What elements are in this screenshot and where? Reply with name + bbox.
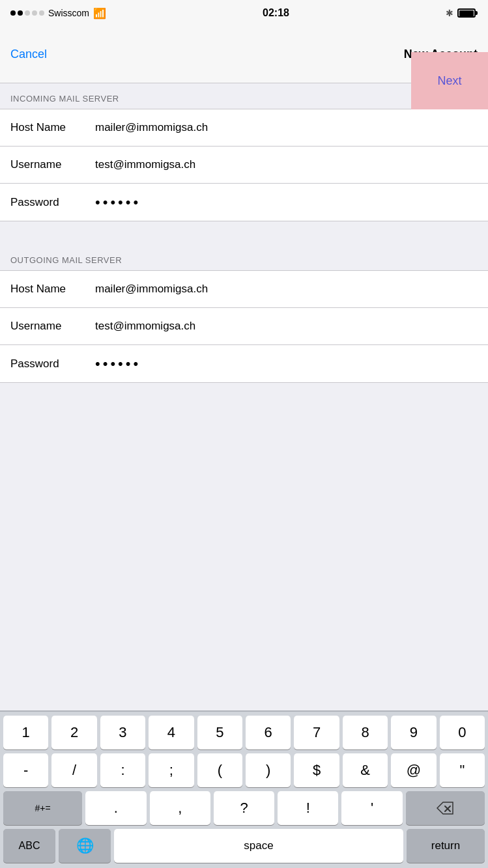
key-period[interactable]: . xyxy=(85,791,146,825)
nav-bar: Cancel New Account Next xyxy=(0,26,488,83)
key-semicolon[interactable]: ; xyxy=(149,753,194,787)
cancel-button[interactable]: Cancel xyxy=(10,42,47,66)
incoming-password-value[interactable]: •••••• xyxy=(95,194,478,211)
key-9[interactable]: 9 xyxy=(391,716,436,749)
key-colon[interactable]: : xyxy=(100,753,145,787)
battery-body xyxy=(457,8,476,18)
key-hashtag[interactable]: #+= xyxy=(3,791,82,825)
key-0[interactable]: 0 xyxy=(440,716,485,749)
incoming-host-row[interactable]: Host Name mailer@immomigsa.ch xyxy=(0,109,488,147)
key-ampersand[interactable]: & xyxy=(343,753,388,787)
battery-indicator xyxy=(457,8,478,18)
key-apostrophe[interactable]: ' xyxy=(341,791,402,825)
key-4[interactable]: 4 xyxy=(149,716,194,749)
key-close-paren[interactable]: ) xyxy=(246,753,291,787)
outgoing-password-value[interactable]: •••••• xyxy=(95,356,478,372)
keyboard-row-2: - / : ; ( ) $ & @ " xyxy=(0,749,488,787)
incoming-host-value[interactable]: mailer@immomigsa.ch xyxy=(95,121,478,134)
abc-key[interactable]: ABC xyxy=(3,829,55,863)
next-button[interactable]: Next xyxy=(411,52,488,109)
key-1[interactable]: 1 xyxy=(3,716,48,749)
key-dollar[interactable]: $ xyxy=(294,753,339,787)
signal-dots xyxy=(10,10,44,16)
key-quote[interactable]: " xyxy=(440,753,485,787)
outgoing-form-group: Host Name mailer@immomigsa.ch Username t… xyxy=(0,270,488,383)
key-6[interactable]: 6 xyxy=(246,716,291,749)
outgoing-host-value[interactable]: mailer@immomigsa.ch xyxy=(95,283,478,296)
incoming-username-label: Username xyxy=(10,158,95,171)
incoming-host-label: Host Name xyxy=(10,121,95,134)
dot-5 xyxy=(39,10,44,16)
outgoing-username-label: Username xyxy=(10,320,95,333)
dot-1 xyxy=(10,10,16,16)
outgoing-password-row[interactable]: Password •••••• xyxy=(0,345,488,382)
key-dash[interactable]: - xyxy=(3,753,48,787)
keyboard-bottom-row: ABC 🌐 space return xyxy=(0,825,488,868)
incoming-password-row[interactable]: Password •••••• xyxy=(0,184,488,221)
return-key[interactable]: return xyxy=(407,829,485,863)
outgoing-password-label: Password xyxy=(10,357,95,371)
status-right: ✱ xyxy=(446,8,478,18)
wifi-icon: 📶 xyxy=(93,7,106,20)
keyboard-row-1: 1 2 3 4 5 6 7 8 9 0 xyxy=(0,712,488,749)
key-question[interactable]: ? xyxy=(214,791,274,825)
incoming-username-value[interactable]: test@immomigsa.ch xyxy=(95,158,478,171)
keyboard: 1 2 3 4 5 6 7 8 9 0 - / : ; ( ) $ & @ " … xyxy=(0,710,488,868)
battery-tip xyxy=(476,11,478,15)
delete-key[interactable] xyxy=(406,791,485,825)
keyboard-row-3: #+= . , ? ! ' xyxy=(0,787,488,825)
carrier-name: Swisscom xyxy=(48,8,89,18)
bluetooth-icon: ✱ xyxy=(446,8,453,18)
outgoing-username-value[interactable]: test@immomigsa.ch xyxy=(95,320,478,333)
section-gap xyxy=(0,221,488,245)
outgoing-host-row[interactable]: Host Name mailer@immomigsa.ch xyxy=(0,271,488,308)
key-7[interactable]: 7 xyxy=(294,716,339,749)
key-comma[interactable]: , xyxy=(150,791,210,825)
key-open-paren[interactable]: ( xyxy=(197,753,242,787)
key-8[interactable]: 8 xyxy=(343,716,388,749)
key-3[interactable]: 3 xyxy=(100,716,145,749)
status-left: Swisscom 📶 xyxy=(10,7,106,20)
outgoing-section-header: OUTGOING MAIL SERVER xyxy=(0,245,488,270)
dot-2 xyxy=(18,10,23,16)
outgoing-host-label: Host Name xyxy=(10,283,95,296)
key-2[interactable]: 2 xyxy=(51,716,96,749)
key-exclaim[interactable]: ! xyxy=(278,791,338,825)
incoming-username-row[interactable]: Username test@immomigsa.ch xyxy=(0,147,488,184)
key-at[interactable]: @ xyxy=(391,753,436,787)
key-slash[interactable]: / xyxy=(51,753,96,787)
dot-3 xyxy=(25,10,30,16)
dot-4 xyxy=(32,10,37,16)
incoming-form-group: Host Name mailer@immomigsa.ch Username t… xyxy=(0,109,488,221)
status-bar: Swisscom 📶 02:18 ✱ xyxy=(0,0,488,26)
incoming-password-label: Password xyxy=(10,196,95,209)
battery-fill xyxy=(459,10,474,16)
outgoing-username-row[interactable]: Username test@immomigsa.ch xyxy=(0,308,488,345)
status-time: 02:18 xyxy=(263,7,289,19)
globe-key[interactable]: 🌐 xyxy=(59,829,111,863)
key-5[interactable]: 5 xyxy=(197,716,242,749)
space-key[interactable]: space xyxy=(114,829,403,863)
